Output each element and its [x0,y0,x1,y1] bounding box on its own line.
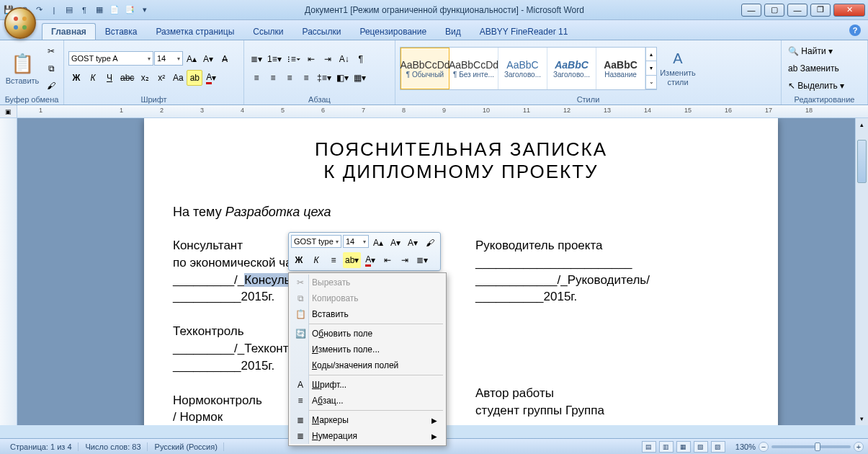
style-no-spacing[interactable]: AaBbCcDd¶ Без инте... [449,48,498,89]
gallery-up-icon[interactable]: ▴ [646,48,656,61]
mini-dec-indent[interactable]: ⇤ [380,252,395,268]
style-heading1[interactable]: AaBbCЗаголово... [498,48,547,89]
highlight-button[interactable]: ab [187,70,202,86]
bullets-icon[interactable]: ≣▾ [249,51,264,67]
ctx-item[interactable]: Изменить поле... [290,342,444,357]
borders-icon[interactable]: ▦▾ [352,70,368,86]
office-button[interactable] [4,7,36,39]
gallery-more-icon[interactable]: ⌄ [646,76,656,89]
tab-insert[interactable]: Вставка [96,23,147,40]
qat-icon[interactable]: 📄 [109,4,120,16]
ctx-item[interactable]: ≣Нумерация▶ [290,428,444,444]
strike-button[interactable]: abc [118,70,136,86]
view-draft-icon[interactable]: ▨ [711,441,725,453]
tab-mailings[interactable]: Рассылки [293,23,351,40]
mini-bullets[interactable]: ≣▾ [414,252,430,268]
bold-button[interactable]: Ж [68,70,84,86]
sort-icon[interactable]: A↓ [336,51,352,67]
zoom-thumb[interactable] [815,442,820,451]
find-button[interactable]: 🔍 Найти ▾ [786,43,858,59]
copy-icon[interactable]: ⧉ [43,61,59,76]
font-size-combo[interactable]: 14▾ [154,51,183,66]
dec-indent-icon[interactable]: ⇤ [303,51,319,67]
scroll-down-icon[interactable]: ▾ [856,412,868,425]
minimize-button[interactable]: — [741,4,761,17]
tab-view[interactable]: Вид [436,23,470,40]
underline-button[interactable]: Ч [102,70,117,86]
qat-icon[interactable]: ▤ [63,4,75,16]
status-words[interactable]: Число слов: 83 [80,442,148,451]
clear-format-icon[interactable]: A̶ [217,51,233,67]
zoom-slider[interactable] [771,445,851,448]
tab-home[interactable]: Главная [42,23,96,40]
superscript-button[interactable]: x² [153,70,169,86]
style-heading2[interactable]: AaBbCЗаголово... [547,48,596,89]
view-outline-icon[interactable]: ▧ [694,441,708,453]
mini-inc-indent[interactable]: ⇥ [397,252,413,268]
view-read-icon[interactable]: ▥ [659,441,674,453]
ctx-item[interactable]: ≡Абзац... [290,393,444,409]
align-left-icon[interactable]: ≡ [249,70,264,86]
cut-icon[interactable]: ✂ [43,43,59,59]
view-web-icon[interactable]: ▦ [676,441,691,453]
align-right-icon[interactable]: ≡ [282,70,297,86]
mini-grow-icon[interactable]: A▴ [370,235,386,251]
shading-icon[interactable]: ◧▾ [334,70,351,86]
font-name-combo[interactable]: GOST type A▾ [68,51,153,66]
select-button[interactable]: ↖ Выделить ▾ [786,78,858,94]
scroll-thumb[interactable] [857,140,867,183]
numbering-icon[interactable]: 1≡▾ [265,51,284,67]
font-color-button[interactable]: A▾ [203,70,219,86]
qat-dropdown-icon[interactable]: ▾ [139,4,151,16]
vertical-scrollbar[interactable]: ▴ ▾ [855,118,868,425]
inc-indent-icon[interactable]: ⇥ [320,51,336,67]
tab-layout[interactable]: Разметка страницы [146,23,243,40]
ctx-item[interactable]: 📋Вставить [290,306,444,322]
vertical-ruler[interactable] [0,118,17,425]
replace-button[interactable]: ab Заменить [786,61,858,76]
align-center-icon[interactable]: ≡ [265,70,281,86]
status-page[interactable]: Страница: 1 из 4 [4,442,79,451]
qat-icon[interactable]: ▦ [94,4,105,16]
mini-center[interactable]: ≡ [326,252,341,268]
multilevel-icon[interactable]: ⫶≡▾ [285,51,303,67]
subscript-button[interactable]: x₂ [137,70,153,86]
qat-icon[interactable]: ¶ [79,4,90,16]
help-icon[interactable]: ? [849,25,861,36]
justify-icon[interactable]: ≡ [298,70,314,86]
mini-highlight[interactable]: ab▾ [343,252,361,268]
line-spacing-icon[interactable]: ‡≡▾ [315,70,334,86]
mini-styles-icon[interactable]: A▾ [405,235,421,251]
ctx-item[interactable]: Коды/значения полей [290,357,444,373]
change-styles-button[interactable]: A Изменить стили [660,45,696,92]
mini-painter-icon[interactable]: 🖌 [422,235,438,251]
close-button[interactable]: ✕ [833,4,865,17]
redo-icon[interactable]: ↷ [33,4,45,16]
ruler-corner[interactable]: ▣ [0,105,17,117]
mini-italic[interactable]: К [308,252,324,268]
change-case-button[interactable]: Aa [170,70,186,86]
mini-font-color[interactable]: A▾ [362,252,378,268]
mini-shrink-icon[interactable]: A▾ [388,235,403,251]
zoom-in-icon[interactable]: + [854,442,864,452]
page[interactable]: ПОЯСНИТЕЛЬНАЯ ЗАПИСКА К ДИПЛОМНОМУ ПРОЕК… [144,118,778,425]
scroll-up-icon[interactable]: ▴ [856,118,868,131]
mini-size-combo[interactable]: 14▾ [343,235,369,248]
show-marks-icon[interactable]: ¶ [353,51,369,67]
maximize-button[interactable]: ▢ [764,4,784,17]
status-language[interactable]: Русский (Россия) [149,442,224,451]
paste-button[interactable]: 📋 Вставить [4,45,40,92]
horizontal-ruler[interactable]: 1123456789101112131415161718 [17,105,868,117]
zoom-out-icon[interactable]: − [759,442,769,452]
ctx-item[interactable]: AШрифт... [290,377,444,393]
style-normal[interactable]: AaBbCcDd¶ Обычный [401,48,449,89]
gallery-down-icon[interactable]: ▾ [646,61,656,75]
minimize2-button[interactable]: — [787,4,807,17]
tab-abbyy[interactable]: ABBYY FineReader 11 [470,23,578,40]
mini-font-combo[interactable]: GOST type▾ [291,235,341,248]
ctx-item[interactable]: ≣Маркеры▶ [290,412,444,428]
format-painter-icon[interactable]: 🖌 [43,78,59,94]
zoom-level[interactable]: 130% [735,442,756,451]
italic-button[interactable]: К [85,70,101,86]
shrink-font-icon[interactable]: A▾ [200,51,216,67]
